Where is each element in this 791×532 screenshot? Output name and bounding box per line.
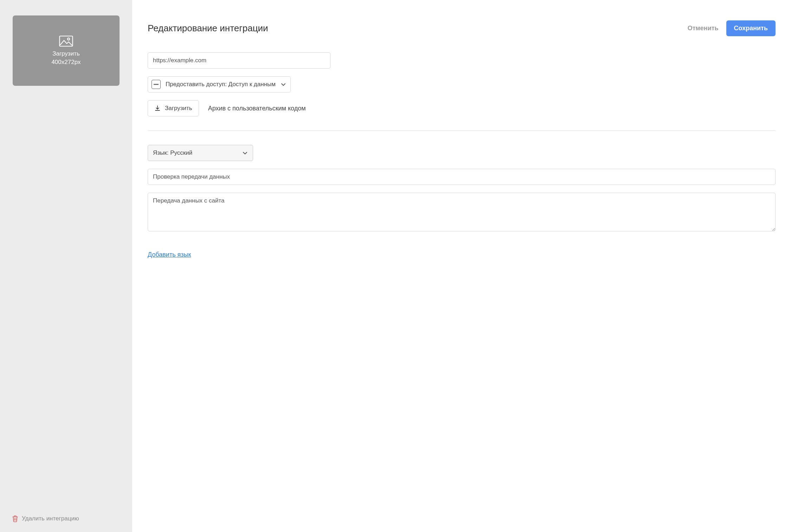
upload-caption: Архив с пользовательским кодом xyxy=(208,105,306,112)
cancel-button[interactable]: Отменить xyxy=(688,25,719,32)
page-title: Редактирование интеграции xyxy=(148,23,268,34)
svg-rect-0 xyxy=(60,36,73,46)
delete-integration-button[interactable]: Удалить интеграцию xyxy=(12,515,79,522)
chevron-down-icon xyxy=(281,82,286,87)
divider xyxy=(148,130,776,131)
add-language-link[interactable]: Добавить язык xyxy=(148,251,191,258)
description-textarea[interactable] xyxy=(148,193,776,231)
delete-integration-label: Удалить интеграцию xyxy=(22,515,79,522)
download-icon xyxy=(154,105,161,111)
minus-square-icon xyxy=(152,80,161,89)
name-input[interactable] xyxy=(148,169,776,185)
upload-label: Загрузить xyxy=(52,50,80,57)
upload-archive-button[interactable]: Загрузить xyxy=(148,100,199,116)
trash-icon xyxy=(12,515,18,522)
language-select-label: Язык: Русский xyxy=(153,149,192,156)
image-upload-dropzone[interactable]: Загрузить 400x272px xyxy=(13,15,120,86)
access-label: Предоставить доступ: Доступ к данным xyxy=(166,81,276,88)
sidebar: Загрузить 400x272px Удалить интеграцию xyxy=(0,0,132,532)
language-select[interactable]: Язык: Русский xyxy=(148,145,253,161)
url-input[interactable] xyxy=(148,52,330,69)
main-content: Редактирование интеграции Отменить Сохра… xyxy=(132,0,791,532)
image-icon xyxy=(59,36,73,47)
access-permissions-button[interactable]: Предоставить доступ: Доступ к данным xyxy=(148,76,291,92)
upload-dimensions: 400x272px xyxy=(51,59,81,66)
chevron-down-icon xyxy=(242,150,248,156)
save-button[interactable]: Сохранить xyxy=(726,20,776,36)
svg-point-1 xyxy=(67,38,70,40)
upload-button-label: Загрузить xyxy=(165,105,192,112)
